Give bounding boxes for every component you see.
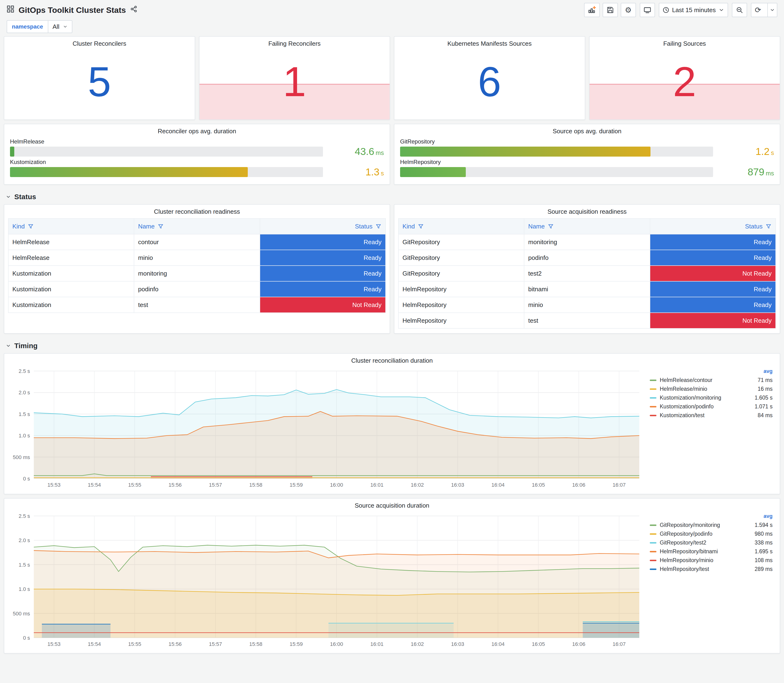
series-name[interactable]: Kustomization/monitoring (660, 394, 751, 401)
svg-text:2.0 s: 2.0 s (19, 390, 30, 396)
namespace-variable-label: namespace (6, 20, 48, 33)
name-cell: minio (524, 297, 650, 313)
table-row: KustomizationpodinfoReady (8, 281, 386, 297)
filter-icon[interactable] (765, 223, 772, 229)
svg-text:16:01: 16:01 (370, 641, 383, 647)
column-header-name[interactable]: Name (134, 218, 260, 234)
add-panel-button[interactable] (584, 3, 600, 17)
panel-title[interactable]: Source acquisition readiness (394, 205, 780, 216)
filter-icon[interactable] (548, 223, 554, 229)
status-badge: Ready (260, 282, 385, 297)
legend-avg-header[interactable]: avg (648, 512, 774, 521)
save-button[interactable] (603, 3, 618, 17)
filter-icon[interactable] (418, 223, 424, 229)
status-cell: Ready (260, 266, 386, 281)
svg-text:15:57: 15:57 (209, 641, 222, 647)
legend-item[interactable]: GitRepository/test2338 ms (648, 538, 774, 547)
column-header-status[interactable]: Status (260, 218, 386, 234)
series-name[interactable]: HelmRepository/minio (660, 557, 751, 564)
table-row: GitRepositorypodinfoReady (398, 250, 776, 266)
panel-title[interactable]: Cluster reconciliation readiness (4, 205, 390, 216)
panel-title[interactable]: Cluster reconciliation duration (4, 354, 780, 365)
column-header-kind[interactable]: Kind (8, 218, 134, 234)
dashboard-grid-icon[interactable] (6, 5, 14, 15)
status-badge: Ready (650, 282, 776, 297)
stat-value: 2 (673, 61, 696, 103)
tv-mode-button[interactable] (640, 3, 655, 17)
status-badge: Not Ready (260, 297, 385, 313)
series-name[interactable]: GitRepository/monitoring (660, 522, 751, 528)
legend-item[interactable]: HelmRelease/contour71 ms (648, 376, 774, 385)
series-name[interactable]: Kustomization/podinfo (660, 403, 751, 410)
legend-item[interactable]: HelmRepository/bitnami1.695 s (648, 547, 774, 556)
gauge-track (400, 147, 713, 157)
column-header-name[interactable]: Name (524, 218, 650, 234)
svg-text:15:54: 15:54 (88, 482, 101, 488)
refresh-interval-chevron-icon[interactable] (767, 3, 777, 17)
svg-text:15:55: 15:55 (128, 482, 141, 488)
status-cell: Ready (650, 281, 776, 297)
svg-text:15:59: 15:59 (290, 641, 303, 647)
status-badge: Ready (650, 250, 776, 265)
legend-item[interactable]: Kustomization/podinfo1.071 s (648, 402, 774, 411)
page-title: GitOps Toolkit Cluster Stats (19, 5, 126, 15)
legend-item[interactable]: HelmRepository/test289 ms (648, 565, 774, 574)
stat-panel-failing-reconcilers: Failing Reconcilers 1 (199, 36, 390, 120)
legend-avg-header[interactable]: avg (648, 367, 774, 376)
table-header-row: Kind Name Status (398, 218, 776, 234)
name-cell: monitoring (524, 234, 650, 250)
panel-title[interactable]: Reconciler ops avg. duration (4, 124, 390, 136)
legend-item[interactable]: GitRepository/monitoring1.594 s (648, 521, 774, 529)
settings-button[interactable]: ⚙ (621, 3, 636, 17)
zoom-out-button[interactable] (732, 3, 747, 17)
panel-title[interactable]: Source acquisition duration (4, 499, 780, 510)
section-chevron-icon (6, 343, 11, 348)
legend-item[interactable]: Kustomization/test84 ms (648, 411, 774, 420)
name-cell: contour (134, 234, 260, 250)
section-header-status[interactable]: Status (4, 189, 780, 204)
name-cell: monitoring (134, 266, 260, 281)
stat-panel-kubernetes-manifests-sources: Kubernetes Manifests Sources 6 (394, 36, 585, 120)
series-avg-value: 1.695 s (755, 548, 773, 555)
filter-icon[interactable] (27, 223, 34, 229)
svg-text:16:00: 16:00 (330, 482, 343, 488)
status-cell: Ready (650, 250, 776, 266)
series-name[interactable]: HelmRelease/minio (660, 386, 754, 392)
series-name[interactable]: HelmRepository/bitnami (660, 548, 751, 555)
series-avg-value: 71 ms (758, 377, 773, 383)
share-icon[interactable] (130, 5, 137, 14)
column-header-status[interactable]: Status (650, 218, 776, 234)
section-title: Status (14, 193, 36, 201)
series-name[interactable]: Kustomization/test (660, 412, 754, 418)
svg-text:15:58: 15:58 (249, 641, 262, 647)
chart-panel-cluster-reconciliation-duration: Cluster reconciliation duration 0 s500 m… (4, 353, 780, 494)
series-name[interactable]: GitRepository/test2 (660, 539, 751, 546)
panel-title[interactable]: Source ops avg. duration (394, 124, 780, 136)
legend-item[interactable]: Kustomization/monitoring1.605 s (648, 393, 774, 402)
panel-title[interactable]: Kubernetes Manifests Sources (394, 37, 585, 48)
table-row: KustomizationtestNot Ready (8, 297, 386, 313)
panel-title[interactable]: Cluster Reconcilers (4, 37, 195, 48)
svg-text:15:53: 15:53 (47, 641, 61, 647)
legend-item[interactable]: HelmRepository/minio108 ms (648, 556, 774, 565)
legend-item[interactable]: HelmRelease/minio16 ms (648, 385, 774, 393)
time-series-plot[interactable]: 0 s500 ms1.0 s1.5 s2.0 s2.5 s15:5315:541… (8, 511, 644, 650)
series-name[interactable]: HelmRelease/contour (660, 377, 754, 383)
series-avg-value: 980 ms (755, 531, 773, 537)
panel-title[interactable]: Failing Reconcilers (199, 37, 390, 48)
section-header-timing[interactable]: Timing (4, 337, 780, 353)
filter-icon[interactable] (157, 223, 164, 229)
legend-item[interactable]: GitRepository/podinfo980 ms (648, 529, 774, 538)
series-name[interactable]: GitRepository/podinfo (660, 531, 751, 537)
panel-title[interactable]: Failing Sources (590, 37, 780, 48)
refresh-icon[interactable]: ⟳ (751, 3, 765, 17)
namespace-variable-dropdown[interactable]: All (48, 20, 72, 33)
status-badge: Ready (650, 297, 776, 313)
column-header-kind[interactable]: Kind (398, 218, 524, 234)
time-range-picker[interactable]: Last 15 minutes (659, 3, 728, 17)
svg-text:500 ms: 500 ms (13, 611, 30, 617)
filter-icon[interactable] (375, 223, 382, 229)
series-name[interactable]: HelmRepository/test (660, 566, 751, 572)
time-series-plot[interactable]: 0 s500 ms1.0 s1.5 s2.0 s2.5 s15:5315:541… (8, 366, 644, 491)
status-tables-row: Cluster reconciliation readiness Kind Na… (4, 204, 780, 333)
